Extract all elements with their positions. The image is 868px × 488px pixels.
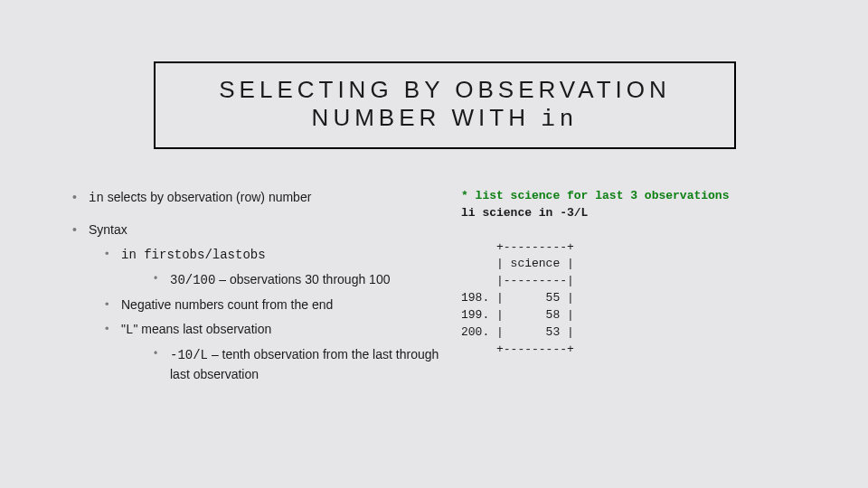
code-column: * list science for last 3 observations l… [461,188,814,397]
output-line: 199. | 58 | [461,308,574,322]
code-comment: * list science for last 3 observations [461,189,729,202]
output-line: 200. | 53 | [461,325,574,339]
bullet-1: in selects by observation (row) number [72,188,461,208]
bullet-6-text: " means last observation [133,322,271,336]
bullet-column: in selects by observation (row) number S… [72,188,461,397]
example-range: 30/100 [170,273,215,287]
title-line2a: NUMBER WITH [312,104,542,131]
bullet-5: Negative numbers count from the end [105,296,461,314]
bullet-7: -10/L – tenth observation from the last … [154,345,461,384]
output-line: 198. | 55 | [461,291,574,305]
bullet-3: in firstobs/lastobs 30/100 – observation… [105,245,461,290]
bullet-2: Syntax in firstobs/lastobs 30/100 – obse… [72,221,461,384]
kw-in: in [89,191,104,205]
output-line: |---------| [461,274,574,287]
title-line1: SELECTING BY OBSERVATION [219,76,671,103]
slide-title: SELECTING BY OBSERVATION NUMBER WITH in [154,61,736,149]
bullet-7-text: – tenth observation from the last throug… [170,347,439,381]
output-line: | science | [461,257,574,270]
bullet-2-text: Syntax [89,222,127,237]
bullet-1-text: selects by observation (row) number [104,190,312,204]
output-line: +---------+ [461,240,574,254]
bullet-4: 30/100 – observations 30 through 100 [154,270,461,290]
syntax-pattern: in firstobs/lastobs [121,248,266,262]
code-command: li science in -3/L [461,206,588,220]
bullet-5-text: Negative numbers count from the end [121,297,333,312]
bullet-4-text: – observations 30 through 100 [215,272,390,286]
example-neg: -10/L [170,348,208,362]
title-keyword: in [541,106,578,133]
output-line: +---------+ [461,343,574,356]
bullet-6: "L" means last observation -10/L – tenth… [105,320,461,384]
